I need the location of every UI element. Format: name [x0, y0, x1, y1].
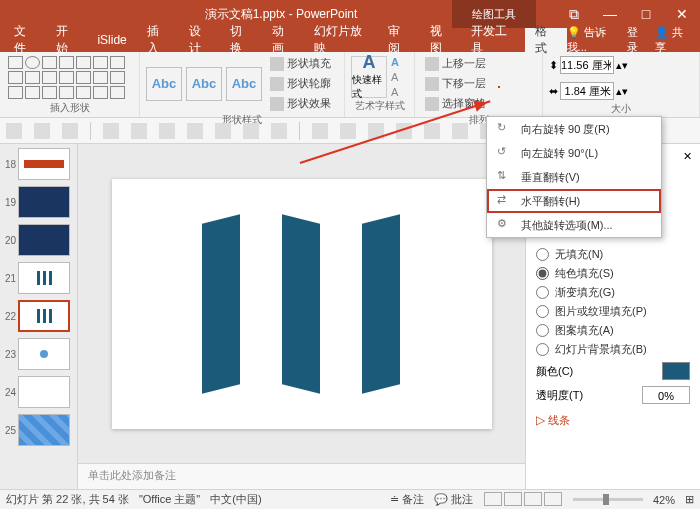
zoom-value[interactable]: 42% [653, 494, 675, 506]
tab-design[interactable]: 设计 [179, 28, 221, 52]
rotate-right-90-item[interactable]: ↻向右旋转 90 度(R) [487, 117, 661, 141]
shape-fill-button[interactable]: 形状填充 [266, 54, 335, 73]
flip-horizontal-item[interactable]: ⇄水平翻转(H) [487, 189, 661, 213]
notes-toggle[interactable]: ≐ 备注 [390, 492, 424, 507]
background-fill-radio[interactable]: 幻灯片背景填充(B) [536, 340, 690, 359]
back-icon [425, 77, 439, 91]
zoom-slider[interactable] [573, 498, 643, 501]
style-preset[interactable]: Abc [226, 67, 262, 101]
thumb-19[interactable] [18, 186, 70, 218]
comments-toggle[interactable]: 💬 批注 [434, 492, 473, 507]
tab-islide[interactable]: iSlide [87, 28, 136, 52]
slide-counter: 幻灯片 第 22 张, 共 54 张 [6, 492, 129, 507]
shape-outline-button[interactable]: 形状轮廓 [266, 74, 335, 93]
tab-view[interactable]: 视图 [420, 28, 462, 52]
line-section-header[interactable]: ▷ 线条 [536, 413, 690, 428]
qat-button[interactable] [452, 123, 468, 139]
login-button[interactable]: 登录 [627, 25, 647, 55]
slide-canvas[interactable] [112, 179, 492, 429]
width-input[interactable] [560, 82, 614, 100]
qat-button[interactable] [131, 123, 147, 139]
window-close-button[interactable]: ✕ [664, 0, 700, 28]
style-preset[interactable]: Abc [186, 67, 222, 101]
qat-button[interactable] [6, 123, 22, 139]
no-fill-radio[interactable]: 无填充(N) [536, 245, 690, 264]
tab-review[interactable]: 审阅 [378, 28, 420, 52]
solid-fill-radio[interactable]: 纯色填充(S) [536, 264, 690, 283]
color-label: 颜色(C) [536, 364, 573, 379]
picture-fill-radio[interactable]: 图片或纹理填充(P) [536, 302, 690, 321]
shape-3[interactable] [362, 214, 400, 393]
qat-button[interactable] [424, 123, 440, 139]
qat-button[interactable] [187, 123, 203, 139]
shape-effects-button[interactable]: 形状效果 [266, 94, 335, 113]
tab-transitions[interactable]: 切换 [220, 28, 262, 52]
flip-v-icon: ⇅ [497, 169, 513, 185]
shape-2[interactable] [282, 214, 320, 393]
window-maximize-button[interactable]: □ [628, 0, 664, 28]
rotate-dropdown-menu: ↻向右旋转 90 度(R) ↺向左旋转 90°(L) ⇅垂直翻转(V) ⇄水平翻… [486, 116, 662, 238]
fit-to-window-button[interactable]: ⊞ [685, 493, 694, 506]
thumb-25[interactable] [18, 414, 70, 446]
qat-button[interactable] [159, 123, 175, 139]
flip-vertical-item[interactable]: ⇅垂直翻转(V) [487, 165, 661, 189]
window-minimize-button[interactable]: — [592, 0, 628, 28]
thumb-24[interactable] [18, 376, 70, 408]
thumb-18[interactable] [18, 148, 70, 180]
thumb-21[interactable] [18, 262, 70, 294]
front-icon [425, 57, 439, 71]
qat-button[interactable] [103, 123, 119, 139]
tab-format[interactable]: 格式 [525, 28, 567, 52]
send-backward-button[interactable]: 下移一层 [421, 74, 490, 93]
bring-forward-button[interactable]: 上移一层 [421, 54, 490, 73]
tab-developer[interactable]: 开发工具 [461, 28, 524, 52]
qat-button[interactable] [340, 123, 356, 139]
more-rotation-item[interactable]: ⚙其他旋转选项(M)... [487, 213, 661, 237]
tell-me[interactable]: 💡 告诉我... [567, 25, 620, 55]
rotate-icon[interactable] [498, 86, 500, 88]
tab-home[interactable]: 开始 [46, 28, 88, 52]
shape-1[interactable] [202, 214, 240, 393]
transparency-input[interactable]: 0% [642, 386, 690, 404]
tab-slideshow[interactable]: 幻灯片放映 [304, 28, 378, 52]
height-input[interactable] [560, 56, 614, 74]
ribbon: 插入形状 Abc Abc Abc 形状填充 形状轮廓 形状效果 形状样式 A快速… [0, 52, 700, 118]
quick-style-button[interactable]: A快速样式 [351, 56, 387, 98]
slide-stage: 单击此处添加备注 [78, 144, 525, 489]
color-picker[interactable] [662, 362, 690, 380]
rotate-right-icon: ↻ [497, 121, 513, 137]
style-preset[interactable]: Abc [146, 67, 182, 101]
qat-button[interactable] [312, 123, 328, 139]
selpane-icon [425, 97, 439, 111]
shape-gallery[interactable] [6, 54, 133, 101]
window-restore-button[interactable]: ⧉ [556, 0, 592, 28]
qat-button[interactable] [215, 123, 231, 139]
rotate-left-90-item[interactable]: ↺向左旋转 90°(L) [487, 141, 661, 165]
pattern-fill-radio[interactable]: 图案填充(A) [536, 321, 690, 340]
qat-button[interactable] [34, 123, 50, 139]
tab-file[interactable]: 文件 [4, 28, 46, 52]
effects-icon [270, 97, 284, 111]
thumb-22[interactable] [18, 300, 70, 332]
height-icon: ⬍ [549, 59, 558, 72]
notes-pane[interactable]: 单击此处添加备注 [78, 463, 525, 489]
status-bar: 幻灯片 第 22 张, 共 54 张 "Office 主题" 中文(中国) ≐ … [0, 489, 700, 509]
gradient-fill-radio[interactable]: 渐变填充(G) [536, 283, 690, 302]
qat-button[interactable] [243, 123, 259, 139]
thumb-23[interactable] [18, 338, 70, 370]
flip-h-icon: ⇄ [497, 193, 513, 209]
qat-button[interactable] [271, 123, 287, 139]
qat-button[interactable] [62, 123, 78, 139]
rotate-left-icon: ↺ [497, 145, 513, 161]
view-buttons[interactable] [483, 492, 563, 508]
share-button[interactable]: 👤 共享 [655, 25, 690, 55]
tab-insert[interactable]: 插入 [137, 28, 179, 52]
group-insert-shapes: 插入形状 [6, 101, 133, 117]
document-title: 演示文稿1.pptx - PowerPoint [110, 6, 452, 23]
pane-close-button[interactable]: ✕ [683, 150, 692, 163]
tab-animations[interactable]: 动画 [262, 28, 304, 52]
language-label[interactable]: 中文(中国) [210, 492, 261, 507]
thumb-20[interactable] [18, 224, 70, 256]
slide-thumbnails-panel[interactable]: 18 19 20 21 22 23 24 25 [0, 144, 78, 489]
more-icon: ⚙ [497, 217, 513, 233]
